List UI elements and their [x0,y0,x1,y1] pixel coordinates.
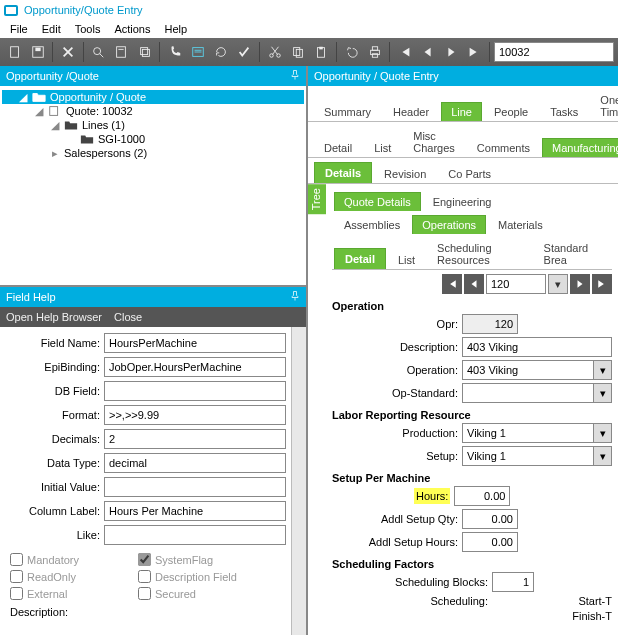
paste-icon[interactable] [311,41,332,63]
tab-tasks[interactable]: Tasks [540,102,588,121]
menu-file[interactable]: File [4,21,34,37]
nav-last-icon[interactable] [464,41,485,63]
close-help-button[interactable]: Close [114,311,142,323]
tab-quotedetails[interactable]: Quote Details [334,192,421,211]
menu-tools[interactable]: Tools [69,21,107,37]
prod-input[interactable] [462,423,594,443]
blocks-input[interactable] [492,572,534,592]
expand-icon[interactable] [66,134,76,144]
opr-input[interactable] [462,314,518,334]
mandatory-check[interactable]: Mandatory [10,553,130,566]
expand-icon[interactable]: ▸ [50,148,60,158]
like-input[interactable] [104,525,286,545]
nav-first-icon[interactable] [394,41,415,63]
memo-icon[interactable] [187,41,208,63]
save-icon[interactable] [27,41,48,63]
nav-last-icon[interactable] [592,274,612,294]
op-input[interactable] [462,360,594,380]
tab-detail[interactable]: Detail [314,138,362,157]
format-input[interactable] [104,405,286,425]
vertical-tab-tree[interactable]: Tree [308,184,326,214]
menu-edit[interactable]: Edit [36,21,67,37]
copy2-icon[interactable] [287,41,308,63]
readonly-check[interactable]: ReadOnly [10,570,130,583]
toolbar-search-input[interactable] [494,42,614,62]
fieldhelp-header: Field Help [0,287,306,307]
collapse-icon[interactable]: ◢ [50,120,60,130]
cut-icon[interactable] [264,41,285,63]
tree-lines[interactable]: ◢ Lines (1) [2,118,304,132]
tab-header[interactable]: Header [383,102,439,121]
secured-check[interactable]: Secured [138,587,258,600]
dbfield-input[interactable] [104,381,286,401]
collapse-icon[interactable]: ◢ [18,92,28,102]
dropdown-icon[interactable]: ▾ [594,360,612,380]
print-icon[interactable] [364,41,385,63]
nav-first-icon[interactable] [442,274,462,294]
nav-next-icon[interactable] [441,41,462,63]
tab-opdetail[interactable]: Detail [334,248,386,269]
tree-view[interactable]: ◢ Opportunity / Quote ◢ Quote: 10032 ◢ L… [0,86,306,285]
tab-summary[interactable]: Summary [314,102,381,121]
tab-misc[interactable]: Misc Charges [403,126,465,157]
tab-materials[interactable]: Materials [488,215,553,234]
tab-engineering[interactable]: Engineering [423,192,502,211]
undo-icon[interactable] [341,41,362,63]
tab-schedres[interactable]: Scheduling Resources [427,238,531,269]
delete-icon[interactable] [57,41,78,63]
descfield-check[interactable]: Description Field [138,570,258,583]
tab-operations[interactable]: Operations [412,215,486,234]
systemflag-check[interactable]: SystemFlag [138,553,258,566]
collapse-icon[interactable]: ◢ [34,106,44,116]
tab-list[interactable]: List [364,138,401,157]
decimals-input[interactable] [104,429,286,449]
tab-oplist[interactable]: List [388,250,425,269]
check-icon[interactable] [234,41,255,63]
tree-root[interactable]: ◢ Opportunity / Quote [2,90,304,104]
external-check[interactable]: External [10,587,130,600]
tab-onetime[interactable]: One Time [590,90,618,121]
tab-people[interactable]: People [484,102,538,121]
setup-input[interactable] [462,446,594,466]
tab-revision[interactable]: Revision [374,164,436,183]
pin-icon[interactable] [288,68,302,82]
tab-comments[interactable]: Comments [467,138,540,157]
opstd-input[interactable] [462,383,594,403]
addlhrs-input[interactable] [462,532,518,552]
nav-prev-icon[interactable] [417,41,438,63]
menu-help[interactable]: Help [158,21,193,37]
tab-manufacturing[interactable]: Manufacturing [542,138,618,157]
refresh-icon[interactable] [211,41,232,63]
search-icon[interactable] [88,41,109,63]
new-icon[interactable] [4,41,25,63]
tree-quote[interactable]: ◢ Quote: 10032 [2,104,304,118]
dropdown-icon[interactable]: ▾ [594,446,612,466]
tree-salespersons[interactable]: ▸ Salespersons (2) [2,146,304,160]
tab-coparts[interactable]: Co Parts [438,164,501,183]
pin-icon[interactable] [288,289,302,303]
columnlabel-input[interactable] [104,501,286,521]
desc-input[interactable] [462,337,612,357]
tab-assemblies[interactable]: Assemblies [334,215,410,234]
tree-item[interactable]: SGI-1000 [2,132,304,146]
tab-line[interactable]: Line [441,102,482,121]
initialvalue-input[interactable] [104,477,286,497]
dropdown-icon[interactable]: ▾ [594,423,612,443]
open-help-button[interactable]: Open Help Browser [6,311,102,323]
copy-icon[interactable] [134,41,155,63]
menu-actions[interactable]: Actions [108,21,156,37]
nav-prev-icon[interactable] [464,274,484,294]
nav-dropdown-icon[interactable]: ▾ [548,274,568,294]
epibinding-input[interactable] [104,357,286,377]
fieldname-input[interactable] [104,333,286,353]
tab-details[interactable]: Details [314,162,372,183]
nav-next-icon[interactable] [570,274,590,294]
nav-value-input[interactable] [486,274,546,294]
dropdown-icon[interactable]: ▾ [594,383,612,403]
attach-icon[interactable] [111,41,132,63]
tab-stdbreak[interactable]: Standard Brea [534,238,608,269]
addlqty-input[interactable] [462,509,518,529]
phone-icon[interactable] [164,41,185,63]
datatype-input[interactable] [104,453,286,473]
hours-input[interactable] [454,486,510,506]
